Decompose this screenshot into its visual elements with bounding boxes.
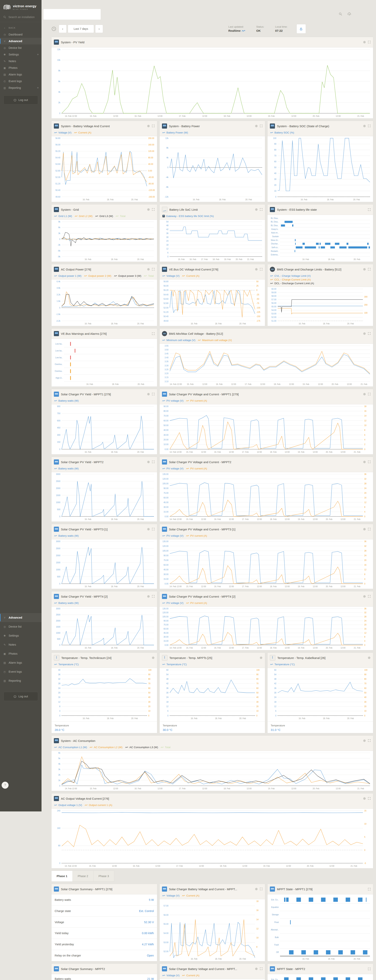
sidebar-item-settings[interactable]: ✱Settings+ xyxy=(0,51,41,58)
expand-icon[interactable] xyxy=(152,528,155,531)
gear-icon[interactable] xyxy=(147,124,150,127)
help-button[interactable]: ? xyxy=(2,782,9,789)
legend-item[interactable]: AC Consumption L2 (W) xyxy=(90,746,122,749)
gear-icon[interactable] xyxy=(260,656,263,659)
expand-icon[interactable] xyxy=(368,41,371,44)
logout-button[interactable]: Log out xyxy=(3,95,38,105)
gear-icon[interactable] xyxy=(363,41,366,44)
legend-item[interactable]: PV voltage (V) xyxy=(162,534,184,537)
add-icon[interactable]: + xyxy=(37,53,39,56)
sidebar-item-photos[interactable]: ▣Photos xyxy=(0,65,41,71)
expand-icon[interactable] xyxy=(368,528,371,531)
next-range-button[interactable]: › xyxy=(95,25,103,33)
expand-icon[interactable] xyxy=(152,460,155,463)
expand-icon[interactable] xyxy=(368,797,371,800)
legend-item[interactable]: Grid L2 (W) xyxy=(75,215,93,218)
legend-item[interactable]: Total xyxy=(116,215,125,218)
sidebar-item-notes[interactable]: ✎Notes xyxy=(0,640,41,649)
expand-icon[interactable] xyxy=(152,595,155,598)
expand-icon[interactable] xyxy=(260,888,263,891)
expand-icon[interactable] xyxy=(368,595,371,598)
sidebar-item-back[interactable]: ‹BACK xyxy=(0,24,41,31)
expand-icon[interactable] xyxy=(368,124,371,127)
legend-item[interactable]: AC Consumption L3 (W) xyxy=(125,746,158,749)
expand-icon[interactable] xyxy=(152,208,155,211)
legend-item[interactable]: AC Consumption L1 (W) xyxy=(54,746,87,749)
legend-item[interactable]: Battery SOC (%) xyxy=(270,131,294,134)
expand-icon[interactable] xyxy=(368,332,371,335)
gear-icon[interactable] xyxy=(147,393,150,396)
expand-icon[interactable] xyxy=(368,393,371,396)
legend-item[interactable]: Output power 3 (W) xyxy=(114,274,141,277)
legend-item[interactable]: Temperature (°C) xyxy=(54,663,79,666)
gear-icon[interactable] xyxy=(147,460,150,463)
legend-item[interactable]: Total xyxy=(144,274,154,277)
legend-item[interactable]: Battery watts (W) xyxy=(54,601,79,605)
gear-icon[interactable] xyxy=(147,595,150,598)
legend-item[interactable]: PV voltage (V) xyxy=(162,399,184,402)
logout-button-repeat[interactable]: Log out xyxy=(3,692,38,701)
legend-item[interactable]: Battery watts (W) xyxy=(54,399,79,402)
gear-icon[interactable] xyxy=(363,268,366,271)
sidebar-item-alarm-logs[interactable]: ▤Alarm logs xyxy=(0,658,41,667)
legend-item[interactable]: CCL - Charge Current Limit (A) xyxy=(270,278,311,281)
tab-phase-3[interactable]: Phase 3 xyxy=(94,871,114,881)
legend-item[interactable]: Current (A) xyxy=(182,974,199,977)
expand-icon[interactable] xyxy=(152,332,155,335)
legend-item[interactable]: Current (A) xyxy=(74,131,92,134)
legend-item[interactable]: Grid L1 (W) xyxy=(54,215,72,218)
gear-icon[interactable] xyxy=(368,656,371,659)
gear-icon[interactable] xyxy=(363,528,366,531)
gear-icon[interactable] xyxy=(363,739,366,742)
expand-icon[interactable] xyxy=(260,208,263,211)
expand-icon[interactable] xyxy=(152,393,155,396)
prev-range-button[interactable]: ‹ xyxy=(59,25,67,33)
legend-item[interactable]: DCL - Discharge Current Limit (A) xyxy=(270,282,314,285)
legend-item[interactable]: Maximum cell voltage (V) xyxy=(198,339,232,342)
expand-icon[interactable] xyxy=(260,268,263,271)
legend-item[interactable]: Output voltage 1 (V) xyxy=(54,803,82,807)
gear-icon[interactable] xyxy=(255,124,258,127)
gear-icon[interactable] xyxy=(147,208,150,211)
lock-button[interactable] xyxy=(297,24,306,33)
legend-item[interactable]: Grid L3 (W) xyxy=(95,215,113,218)
sidebar-item-advanced[interactable]: ⑂Advanced xyxy=(0,38,41,45)
legend-item[interactable]: Current (A) xyxy=(182,894,199,897)
legend-item[interactable]: Output power 2 (W) xyxy=(84,274,111,277)
legend-item[interactable]: Temperature (°C) xyxy=(162,663,187,666)
expand-icon[interactable] xyxy=(368,208,371,211)
legend-item[interactable]: Voltage (V) xyxy=(162,274,179,277)
add-icon[interactable]: + xyxy=(37,86,39,89)
gear-icon[interactable] xyxy=(363,595,366,598)
gear-icon[interactable] xyxy=(152,656,155,659)
gear-icon[interactable] xyxy=(255,967,258,970)
gear-icon[interactable] xyxy=(147,268,150,271)
sidebar-item-settings[interactable]: ✱Settings xyxy=(0,631,41,640)
expand-icon[interactable] xyxy=(260,967,263,970)
sidebar-item-notes[interactable]: ✎Notes xyxy=(0,58,41,65)
legend-item[interactable]: Voltage (V) xyxy=(162,974,179,977)
gear-icon[interactable] xyxy=(363,797,366,800)
legend-item[interactable]: PV voltage (V) xyxy=(162,601,184,605)
legend-item[interactable]: Battery watts (W) xyxy=(54,534,79,537)
legend-item[interactable]: Total xyxy=(161,746,171,749)
expand-icon[interactable] xyxy=(152,124,155,127)
gear-icon[interactable] xyxy=(147,528,150,531)
expand-icon[interactable] xyxy=(368,268,371,271)
clock-icon[interactable] xyxy=(51,26,56,31)
legend-item[interactable]: Output power 1 (W) xyxy=(54,274,81,277)
legend-item[interactable]: Voltage (V) xyxy=(54,131,71,134)
expand-icon[interactable] xyxy=(260,124,263,127)
sidebar-item-reporting[interactable]: ▥Reporting xyxy=(0,676,41,685)
sidebar-item-reporting[interactable]: ▥Reporting+ xyxy=(0,84,41,91)
gear-icon[interactable] xyxy=(363,460,366,463)
legend-item[interactable]: CVL - Charge Voltage Limit (V) xyxy=(270,274,311,277)
legend-item[interactable]: Battery Power (W) xyxy=(162,131,188,134)
expand-icon[interactable] xyxy=(152,268,155,271)
search-icon[interactable] xyxy=(339,12,342,16)
expand-icon[interactable] xyxy=(368,888,371,891)
gear-icon[interactable] xyxy=(363,332,366,335)
sidebar-item-advanced[interactable]: ⑂Advanced xyxy=(0,613,41,622)
expand-icon[interactable] xyxy=(368,739,371,742)
gear-icon[interactable] xyxy=(255,208,258,211)
